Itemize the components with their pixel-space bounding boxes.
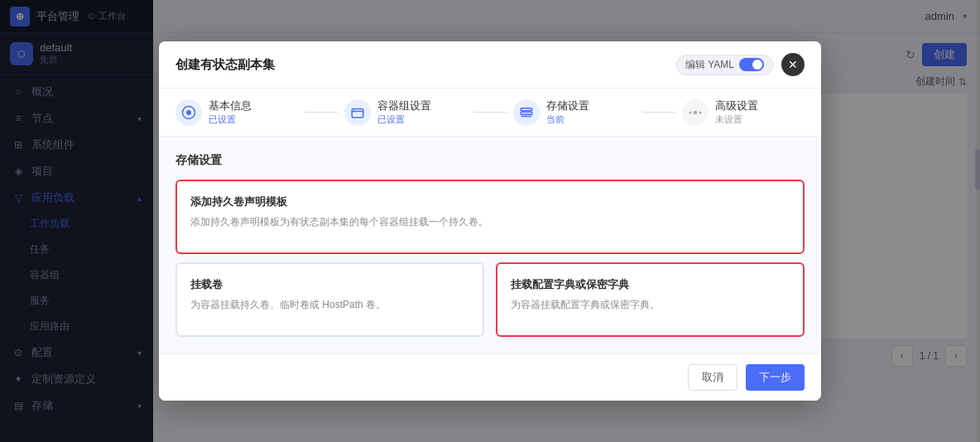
basic-info-icon: [181, 105, 196, 120]
step-container-name: 容器组设置: [377, 98, 431, 113]
toggle-knob: [752, 60, 762, 70]
mount-card-title: 挂载卷: [190, 277, 469, 292]
yaml-toggle[interactable]: 编辑 YAML: [676, 55, 773, 75]
svg-rect-4: [521, 108, 532, 110]
step-container[interactable]: 容器组设置 已设置: [344, 98, 467, 126]
step-storage-name: 存储设置: [546, 98, 589, 113]
step-divider-1: [305, 112, 338, 113]
close-button[interactable]: ✕: [781, 53, 805, 76]
svg-point-8: [689, 111, 692, 113]
pvc-card-desc: 添加持久卷声明模板为有状态副本集的每个容器组挂载一个持久卷。: [190, 214, 790, 229]
configmap-card[interactable]: 挂载配置字典或保密字典 为容器挂载配置字典或保密字典。: [496, 262, 805, 337]
step-container-icon: [344, 99, 371, 126]
step-storage-info: 存储设置 当前: [546, 98, 589, 126]
step-advanced-name: 高级设置: [715, 98, 758, 113]
step-divider-2: [473, 112, 507, 113]
advanced-icon: [688, 105, 703, 120]
step-advanced[interactable]: 高级设置 未设置: [682, 98, 805, 126]
modal-header-right: 编辑 YAML ✕: [676, 53, 805, 76]
step-basic-name: 基本信息: [209, 98, 252, 113]
svg-point-9: [699, 111, 702, 113]
step-advanced-status: 未设置: [715, 113, 758, 126]
cancel-button[interactable]: 取消: [688, 364, 737, 391]
configmap-card-title: 挂载配置字典或保密字典: [511, 277, 790, 292]
storage-cards-grid: 挂载卷 为容器挂载持久卷、临时卷或 HostPath 卷。 挂载配置字典或保密字…: [175, 262, 805, 337]
yaml-label: 编辑 YAML: [685, 58, 734, 72]
modal-header: 创建有状态副本集 编辑 YAML ✕: [159, 41, 821, 89]
step-advanced-icon: [682, 99, 709, 126]
modal: 创建有状态副本集 编辑 YAML ✕: [159, 41, 821, 401]
step-basic[interactable]: 基本信息 已设置: [175, 98, 298, 126]
pvc-card-title: 添加持久卷声明模板: [190, 195, 790, 209]
step-container-info: 容器组设置 已设置: [377, 98, 431, 126]
container-icon: [350, 105, 365, 120]
step-storage-status: 当前: [546, 113, 589, 126]
configmap-card-desc: 为容器挂载配置字典或保密字典。: [511, 297, 790, 312]
close-icon: ✕: [788, 58, 798, 71]
pvc-card[interactable]: 添加持久卷声明模板 添加持久卷声明模板为有状态副本集的每个容器组挂载一个持久卷。: [175, 180, 805, 254]
step-divider-3: [642, 112, 675, 113]
step-storage[interactable]: 存储设置 当前: [513, 98, 636, 126]
modal-overlay: 创建有状态副本集 编辑 YAML ✕: [0, 0, 980, 442]
step-basic-info: 基本信息 已设置: [209, 98, 252, 126]
step-advanced-info: 高级设置 未设置: [715, 98, 758, 126]
step-container-status: 已设置: [377, 113, 431, 126]
modal-body: 存储设置 添加持久卷声明模板 添加持久卷声明模板为有状态副本集的每个容器组挂载一…: [159, 137, 821, 353]
svg-point-7: [694, 110, 698, 114]
toggle-switch[interactable]: [739, 58, 764, 71]
svg-rect-6: [521, 115, 532, 117]
modal-title: 创建有状态副本集: [175, 57, 275, 73]
svg-rect-5: [521, 112, 532, 114]
section-title: 存储设置: [175, 153, 805, 168]
modal-footer: 取消 下一步: [159, 353, 821, 401]
step-storage-icon: [513, 99, 540, 126]
step-basic-status: 已设置: [209, 113, 252, 126]
step-basic-icon: [175, 99, 202, 126]
next-button[interactable]: 下一步: [746, 364, 805, 391]
mount-card-desc: 为容器挂载持久卷、临时卷或 HostPath 卷。: [190, 297, 469, 312]
steps-bar: 基本信息 已设置 容器组设置 已设置: [159, 89, 821, 137]
storage-step-icon: [519, 105, 534, 120]
svg-point-1: [186, 110, 191, 115]
mount-card[interactable]: 挂载卷 为容器挂载持久卷、临时卷或 HostPath 卷。: [175, 262, 484, 337]
svg-rect-2: [352, 108, 363, 118]
svg-point-3: [354, 109, 356, 111]
